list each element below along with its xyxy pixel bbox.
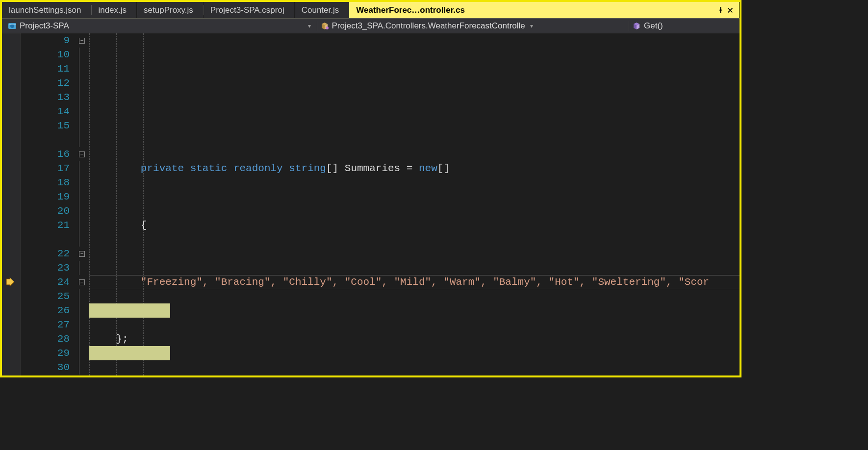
code-line[interactable]: private static readonly string[] Summari… bbox=[89, 161, 740, 175]
nav-project-label: Project3-SPA bbox=[20, 21, 69, 31]
fold-toggle-icon[interactable]: − bbox=[79, 251, 85, 257]
nav-project-dropdown[interactable]: Project3-SPA ▾ bbox=[5, 21, 314, 31]
class-icon bbox=[320, 22, 329, 30]
outlining-margin[interactable]: − − − − bbox=[75, 33, 89, 375]
nav-class-dropdown[interactable]: Project3_SPA.Controllers.WeatherForecast… bbox=[317, 21, 626, 31]
svg-point-2 bbox=[326, 26, 329, 29]
chevron-down-icon: ▾ bbox=[530, 23, 533, 29]
tab-csproj[interactable]: Project3-SPA.csproj bbox=[204, 2, 295, 18]
editor-navigation-bar: Project3-SPA ▾ Project3_SPA.Controllers.… bbox=[2, 19, 740, 33]
code-area[interactable]: private static readonly string[] Summari… bbox=[89, 33, 740, 375]
code-editor[interactable]: 9 10 11 12 13 14 15 16 17 18 19 20 21 22… bbox=[2, 33, 740, 375]
glyph-margin[interactable] bbox=[2, 33, 21, 375]
tab-indexjs[interactable]: index.js bbox=[91, 2, 137, 18]
fold-toggle-icon[interactable]: − bbox=[79, 151, 85, 157]
chevron-down-icon: ▾ bbox=[308, 23, 311, 29]
fold-toggle-icon[interactable]: − bbox=[79, 279, 85, 285]
code-line[interactable]: { bbox=[89, 218, 740, 232]
method-icon bbox=[632, 22, 641, 30]
tab-launchsettings[interactable]: launchSettings.json bbox=[2, 2, 91, 18]
current-statement-arrow-icon bbox=[2, 275, 20, 289]
fold-toggle-icon[interactable]: − bbox=[79, 38, 85, 44]
pin-icon[interactable] bbox=[715, 5, 725, 15]
nav-member-dropdown[interactable]: Get() bbox=[629, 21, 737, 31]
nav-member-label: Get() bbox=[644, 21, 663, 31]
tab-counterjs[interactable]: Counter.js bbox=[295, 2, 350, 18]
tab-weathercontroller[interactable]: WeatherForec…ontroller.cs bbox=[349, 2, 740, 18]
tab-setupproxy[interactable]: setupProxy.js bbox=[137, 2, 204, 18]
close-icon[interactable] bbox=[725, 5, 735, 15]
csharp-project-icon bbox=[8, 22, 17, 30]
nav-class-label: Project3_SPA.Controllers.WeatherForecast… bbox=[332, 21, 525, 31]
line-number-gutter[interactable]: 9 10 11 12 13 14 15 16 17 18 19 20 21 22… bbox=[21, 33, 75, 375]
code-line[interactable]: "Freezing", "Bracing", "Chilly", "Cool",… bbox=[89, 275, 740, 289]
tab-bar: launchSettings.json index.js setupProxy.… bbox=[2, 2, 740, 19]
code-line[interactable]: }; bbox=[89, 332, 740, 346]
